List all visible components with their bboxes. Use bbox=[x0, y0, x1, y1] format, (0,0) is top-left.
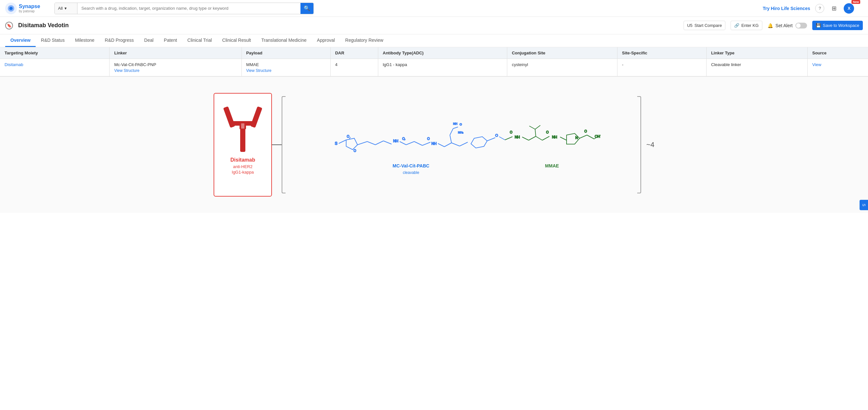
tab-regulatory-review[interactable]: Regulatory Review bbox=[340, 34, 389, 47]
header: Synapse by patsnap All ▾ 🔍 Try Hiro Life… bbox=[0, 0, 868, 17]
svg-line-47 bbox=[536, 136, 542, 140]
alert-toggle[interactable] bbox=[796, 23, 807, 29]
search-input[interactable] bbox=[78, 6, 301, 11]
svg-line-23 bbox=[406, 141, 414, 145]
svg-text:O: O bbox=[427, 137, 430, 141]
cell-conjugation-site: cysteinyl bbox=[507, 59, 617, 76]
search-button[interactable]: 🔍 bbox=[301, 3, 313, 14]
save-label: Save to Workspace bbox=[823, 23, 859, 28]
connector-line-left bbox=[272, 144, 282, 145]
toggle-knob bbox=[796, 23, 801, 28]
svg-text:NH: NH bbox=[453, 122, 457, 125]
logo[interactable]: Synapse by patsnap bbox=[5, 3, 51, 14]
cell-source: View bbox=[807, 59, 868, 76]
tab-rd-progress[interactable]: R&D Progress bbox=[99, 34, 139, 47]
svg-text:O: O bbox=[546, 131, 549, 134]
table-row: Disitamab Mc-Val-Cit-PABC-PNP View Struc… bbox=[0, 59, 868, 76]
compare-icon: U5 bbox=[687, 23, 693, 28]
svg-text:NH: NH bbox=[515, 135, 520, 139]
svg-text:cleavable: cleavable bbox=[403, 170, 420, 175]
svg-rect-8 bbox=[241, 124, 244, 129]
antibody-line1: anti-HER2 bbox=[233, 164, 252, 169]
bracket-left bbox=[282, 96, 285, 193]
table-header-row: Targeting Moiety Linker Payload DAR Anti… bbox=[0, 47, 868, 59]
structure-content: Disitamab anti-HER2 IgG1-kappa S O bbox=[207, 93, 661, 197]
save-to-workspace-button[interactable]: 💾 Save to Workspace bbox=[812, 21, 863, 30]
new-badge: New bbox=[851, 0, 860, 4]
filter-label: All bbox=[58, 6, 63, 11]
dar-value: ~4 bbox=[646, 141, 654, 149]
dar-area: ~4 bbox=[646, 141, 654, 149]
tab-approval[interactable]: Approval bbox=[312, 34, 340, 47]
set-alert-area: 🔔 Set Alert bbox=[768, 23, 807, 29]
user-avatar[interactable]: X bbox=[844, 3, 854, 13]
bracket-right bbox=[637, 96, 641, 193]
svg-line-39 bbox=[487, 138, 495, 141]
set-alert-label: Set Alert bbox=[776, 23, 793, 28]
kg-icon: 🔗 bbox=[734, 23, 739, 28]
structure-panel: Disitamab anti-HER2 IgG1-kappa S O bbox=[0, 77, 868, 213]
synapse-logo-icon bbox=[5, 3, 17, 14]
svg-line-18 bbox=[383, 141, 392, 144]
svg-line-54 bbox=[560, 137, 566, 140]
source-view-link[interactable]: View bbox=[812, 62, 821, 67]
cell-payload: MMAE View Structure bbox=[242, 59, 330, 76]
svg-text:O: O bbox=[353, 149, 356, 152]
svg-line-29 bbox=[444, 143, 452, 147]
help-button[interactable]: ? bbox=[815, 4, 824, 13]
svg-line-24 bbox=[414, 141, 422, 145]
apps-button[interactable]: ⊞ bbox=[830, 4, 838, 13]
svg-line-50 bbox=[535, 125, 540, 129]
svg-line-46 bbox=[529, 136, 536, 140]
svg-line-49 bbox=[529, 126, 535, 129]
drug-header: 🔖 Disitamab Vedotin U5 Start Compare 🔗 E… bbox=[0, 17, 868, 34]
svg-text:N: N bbox=[575, 136, 578, 140]
svg-text:O: O bbox=[510, 131, 513, 134]
try-hiro-button[interactable]: Try Hiro Life Sciences bbox=[763, 6, 810, 11]
float-side-button[interactable]: S bbox=[860, 200, 868, 210]
linker-view-structure[interactable]: View Structure bbox=[114, 68, 237, 73]
tab-clinical-trial[interactable]: Clinical Trial bbox=[182, 34, 217, 47]
nav-tabs: Overview R&D Status Milestone R&D Progre… bbox=[0, 34, 868, 47]
enter-kg-button[interactable]: 🔗 Enter KG bbox=[731, 21, 762, 30]
drug-actions: U5 Start Compare 🔗 Enter KG 🔔 Set Alert … bbox=[684, 21, 863, 30]
col-site-specific: Site-Specific bbox=[617, 47, 707, 59]
col-linker: Linker bbox=[110, 47, 242, 59]
compare-label: Start Compare bbox=[694, 23, 722, 28]
svg-text:MMAE: MMAE bbox=[545, 163, 559, 168]
start-compare-button[interactable]: U5 Start Compare bbox=[684, 21, 725, 30]
tab-patent[interactable]: Patent bbox=[159, 34, 182, 47]
molecule-structure-svg: S O O NH O bbox=[315, 103, 607, 187]
tab-rd-status[interactable]: R&D Status bbox=[36, 34, 70, 47]
search-icon: 🔍 bbox=[304, 5, 310, 11]
drug-title: Disitamab Vedotin bbox=[18, 22, 69, 29]
tab-translational-medicine[interactable]: Translational Medicine bbox=[256, 34, 312, 47]
antibody-line2: IgG1-kappa bbox=[232, 170, 254, 175]
svg-line-13 bbox=[349, 137, 350, 139]
svg-line-42 bbox=[505, 137, 513, 140]
svg-line-17 bbox=[375, 141, 383, 145]
cell-site-specific: - bbox=[617, 59, 707, 76]
svg-text:O: O bbox=[347, 135, 349, 138]
tab-milestone[interactable]: Milestone bbox=[70, 34, 99, 47]
payload-view-structure[interactable]: View Structure bbox=[246, 68, 326, 73]
col-linker-type: Linker Type bbox=[706, 47, 807, 59]
disitamab-link[interactable]: Disitamab bbox=[4, 62, 23, 67]
svg-line-59 bbox=[587, 135, 594, 139]
alert-icon: 🔔 bbox=[768, 23, 773, 28]
header-actions: Try Hiro Life Sciences ? ⊞ X New bbox=[763, 3, 863, 13]
svg-line-20 bbox=[400, 141, 406, 145]
search-filter-dropdown[interactable]: All ▾ bbox=[55, 3, 78, 14]
svg-line-37 bbox=[460, 142, 468, 146]
tab-overview[interactable]: Overview bbox=[5, 34, 36, 47]
antibody-shape-icon bbox=[223, 100, 262, 152]
search-area: All ▾ 🔍 bbox=[55, 3, 314, 14]
chevron-down-icon: ▾ bbox=[64, 6, 67, 11]
kg-label: Enter KG bbox=[741, 23, 758, 28]
logo-sub: by patsnap bbox=[19, 9, 40, 13]
svg-line-48 bbox=[535, 129, 536, 136]
svg-text:NH₂: NH₂ bbox=[458, 131, 464, 134]
tab-clinical-result[interactable]: Clinical Result bbox=[217, 34, 256, 47]
tab-deal[interactable]: Deal bbox=[139, 34, 159, 47]
svg-line-15 bbox=[358, 141, 367, 145]
